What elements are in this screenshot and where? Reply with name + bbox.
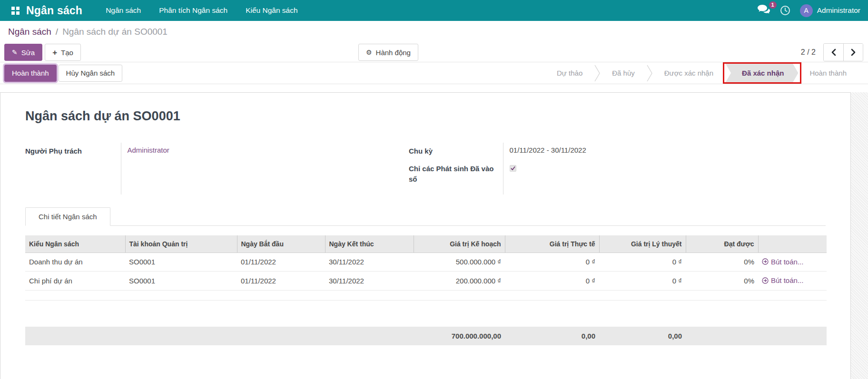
apps-grid-icon[interactable] [11, 7, 20, 15]
cell-achievement: 0% [686, 272, 758, 291]
cancel-budget-button-label: Hủy Ngân sách [66, 69, 115, 77]
breadcrumb-separator: / [56, 27, 58, 37]
cell-account: SO0001 [125, 272, 237, 291]
status-step-separator [646, 62, 653, 84]
budget-lines-table: Kiểu Ngân sách Tài khoản Quản trị Ngày B… [25, 235, 827, 345]
action-button-label: Hành động [376, 49, 411, 57]
cell-date-start: 01/11/2022 [237, 272, 325, 291]
done-button-label: Hoàn thành [12, 69, 49, 77]
statusbar: Hoàn thành Hủy Ngân sách Dự thảo Đã hủy … [0, 62, 868, 84]
empty-table-row [25, 290, 827, 300]
total-planned: 700.000.000,00 [414, 327, 505, 345]
messages-count-badge: 1 [769, 1, 777, 9]
table-row[interactable]: Doanh thu dự án SO0001 01/11/2022 30/11/… [25, 253, 827, 272]
control-panel: ✎ Sửa + Tạo ⚙ Hành động 2 / 2 [0, 43, 868, 62]
activities-icon[interactable] [780, 5, 790, 16]
entries-link[interactable]: Bút toán... [762, 258, 803, 266]
cell-practical-amount: 0 ₫ [505, 253, 599, 272]
pager: 2 / 2 [801, 43, 863, 62]
total-theoretical: 0,00 [599, 327, 686, 345]
record-title: Ngân sách dự án SO0001 [25, 109, 826, 124]
cell-date-end: 30/11/2022 [325, 253, 414, 272]
chevron-left-icon [831, 49, 836, 56]
plus-icon: + [52, 49, 57, 57]
cell-achievement: 0% [686, 253, 758, 272]
pager-previous-button[interactable] [824, 44, 843, 61]
edit-button[interactable]: ✎ Sửa [4, 44, 42, 61]
col-header-gia-tri-ly-thuyet[interactable]: Giá trị Lý thuyết [599, 235, 686, 253]
cell-budget-type: Doanh thu dự án [25, 253, 125, 272]
posted-only-field-label: Chỉ các Phát sinh Đã vào sổ [409, 160, 503, 194]
user-name: Administrator [817, 6, 860, 15]
status-step-hoan-thanh[interactable]: Hoàn thành [798, 62, 858, 84]
cell-date-start: 01/11/2022 [237, 253, 325, 272]
field-group-left: Người Phụ trách Administrator [25, 143, 409, 194]
breadcrumb-parent-link[interactable]: Ngân sách [8, 27, 51, 37]
arrow-circle-icon [762, 277, 769, 284]
status-step-da-xac-nhan-active[interactable]: Đã xác nhận [725, 62, 798, 84]
menu-ngan-sach[interactable]: Ngân sách [97, 0, 150, 21]
responsible-field-value[interactable]: Administrator [121, 143, 409, 194]
status-step-separator [594, 62, 601, 84]
total-practical: 0,00 [505, 327, 599, 345]
posted-only-checkbox[interactable] [510, 165, 516, 172]
status-step-du-thao[interactable]: Dự thảo [545, 62, 594, 84]
cell-account: SO0001 [125, 253, 237, 272]
done-button[interactable]: Hoàn thành [4, 65, 57, 82]
status-steps: Dự thảo Đã hủy Được xác nhận Đã xác nhận… [545, 62, 858, 84]
menu-phan-tich-ngan-sach[interactable]: Phân tích Ngân sách [150, 0, 237, 21]
field-group-right: Chu kỳ 01/11/2022 - 30/11/2022 Chỉ các P… [409, 143, 826, 194]
responsible-field-label: Người Phụ trách [25, 143, 121, 194]
messages-icon[interactable]: 1 [758, 5, 770, 16]
app-brand[interactable]: Ngân sách [26, 4, 82, 17]
menu-kieu-ngan-sach[interactable]: Kiểu Ngân sách [237, 0, 306, 21]
status-step-da-huy[interactable]: Đã hủy [601, 62, 646, 84]
cell-planned-amount: 500.000.000 ₫ [414, 253, 505, 272]
checkmark-icon [511, 166, 515, 171]
cell-practical-amount: 0 ₫ [505, 272, 599, 291]
breadcrumb: Ngân sách / Ngân sách dự án SO0001 [0, 21, 868, 43]
cancel-budget-button[interactable]: Hủy Ngân sách [59, 65, 123, 82]
form-sheet: Ngân sách dự án SO0001 Người Phụ trách A… [0, 92, 851, 379]
status-step-duoc-xac-nhan[interactable]: Được xác nhận [653, 62, 725, 84]
col-header-dat-duoc[interactable]: Đạt được [686, 235, 758, 253]
cell-theoretical-amount: 0 ₫ [599, 272, 686, 291]
form-view-background: Ngân sách dự án SO0001 Người Phụ trách A… [0, 92, 868, 379]
breadcrumb-current: Ngân sách dự án SO0001 [62, 27, 168, 37]
top-navbar: Ngân sách Ngân sách Phân tích Ngân sách … [0, 0, 868, 21]
entries-link-label: Bút toán... [771, 258, 803, 266]
cell-theoretical-amount: 0 ₫ [599, 253, 686, 272]
cell-budget-type: Chi phí dự án [25, 272, 125, 291]
col-header-ngay-bat-dau[interactable]: Ngày Bắt đầu [237, 235, 325, 253]
col-header-ngay-ket-thuc[interactable]: Ngày Kết thúc [325, 235, 414, 253]
notebook-tabs: Chi tiết Ngân sách [25, 207, 826, 226]
table-totals-row: 700.000.000,00 0,00 0,00 [25, 327, 827, 345]
arrow-circle-icon [762, 258, 769, 265]
clock-icon [780, 5, 790, 16]
entries-link[interactable]: Bút toán... [762, 276, 803, 284]
chevron-right-icon [851, 49, 856, 56]
pencil-icon: ✎ [12, 49, 18, 56]
col-header-gia-tri-ke-hoach[interactable]: Giá trị Kế hoạch [414, 235, 505, 253]
create-button-label: Tạo [61, 49, 73, 57]
period-field-value: 01/11/2022 - 30/11/2022 [503, 143, 826, 160]
entries-link-label: Bút toán... [771, 276, 803, 284]
cell-planned-amount: 200.000.000 ₫ [414, 272, 505, 291]
col-header-kieu-ngan-sach[interactable]: Kiểu Ngân sách [25, 235, 125, 253]
period-field-label: Chu kỳ [409, 143, 503, 160]
tab-chi-tiet-ngan-sach[interactable]: Chi tiết Ngân sách [25, 207, 110, 226]
table-row[interactable]: Chi phí dự án SO0001 01/11/2022 30/11/20… [25, 272, 827, 291]
col-header-gia-tri-thuc-te[interactable]: Giá trị Thực tế [505, 235, 599, 253]
create-button[interactable]: + Tạo [45, 44, 81, 61]
edit-button-label: Sửa [21, 49, 35, 57]
pager-next-button[interactable] [843, 44, 863, 61]
gear-icon: ⚙ [366, 49, 372, 56]
chat-bubbles-icon [758, 5, 770, 14]
action-button[interactable]: ⚙ Hành động [358, 44, 418, 61]
user-menu[interactable]: A Administrator [800, 4, 860, 17]
cell-date-end: 30/11/2022 [325, 272, 414, 291]
table-header-row: Kiểu Ngân sách Tài khoản Quản trị Ngày B… [25, 235, 827, 253]
col-header-entries [758, 235, 827, 253]
col-header-tai-khoan-quan-tri[interactable]: Tài khoản Quản trị [125, 235, 237, 253]
pager-counter: 2 / 2 [801, 48, 816, 57]
